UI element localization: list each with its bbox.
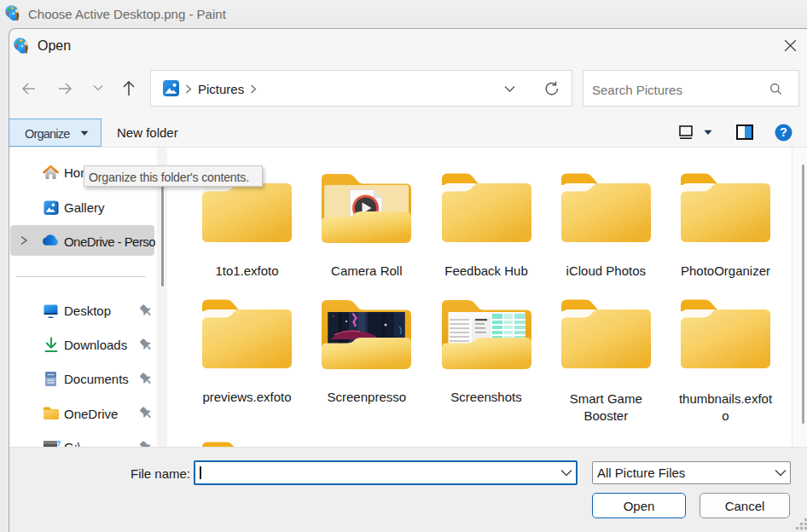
svg-text:?: ? <box>780 125 787 139</box>
svg-text:?: ? <box>56 439 61 447</box>
